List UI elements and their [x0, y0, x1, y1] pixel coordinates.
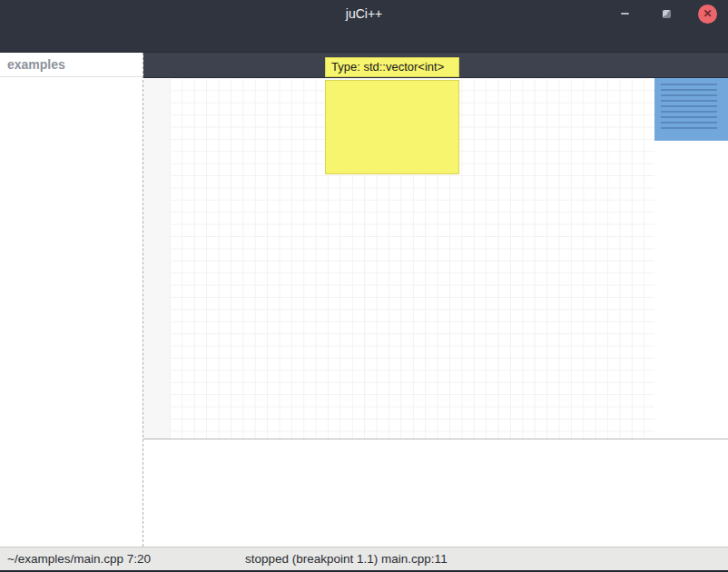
window-title: juCi++: [346, 6, 382, 21]
close-icon: ✕: [703, 7, 712, 20]
type-tooltip-text: Type: std::vector<int>: [331, 60, 444, 74]
file-tree: [0, 77, 143, 80]
minimap-code-lines: [661, 84, 717, 131]
file-tree-panel: examples: [0, 53, 143, 547]
restore-icon: [663, 10, 671, 18]
minimize-icon: [621, 13, 629, 15]
value-tooltip: [325, 80, 459, 174]
app-window: juCi++ ✕ examples: [0, 0, 728, 572]
close-button[interactable]: ✕: [698, 5, 717, 24]
titlebar[interactable]: juCi++ ✕: [0, 0, 728, 27]
minimize-button[interactable]: [615, 4, 635, 24]
status-file-position: ~/examples/main.cpp 7:20: [7, 552, 151, 566]
minimap[interactable]: [654, 78, 728, 141]
status-debug-state: stopped (breakpoint 1.1) main.cpp:11: [245, 552, 448, 566]
type-tooltip: Type: std::vector<int>: [325, 57, 459, 77]
project-name: examples: [0, 53, 143, 77]
status-bar: ~/examples/main.cpp 7:20 stopped (breakp…: [0, 547, 728, 572]
restore-button[interactable]: [656, 4, 676, 24]
window-controls: ✕: [615, 0, 717, 27]
output-panel[interactable]: [143, 439, 728, 547]
line-number-gutter: [143, 78, 170, 439]
menubar: [0, 27, 728, 53]
